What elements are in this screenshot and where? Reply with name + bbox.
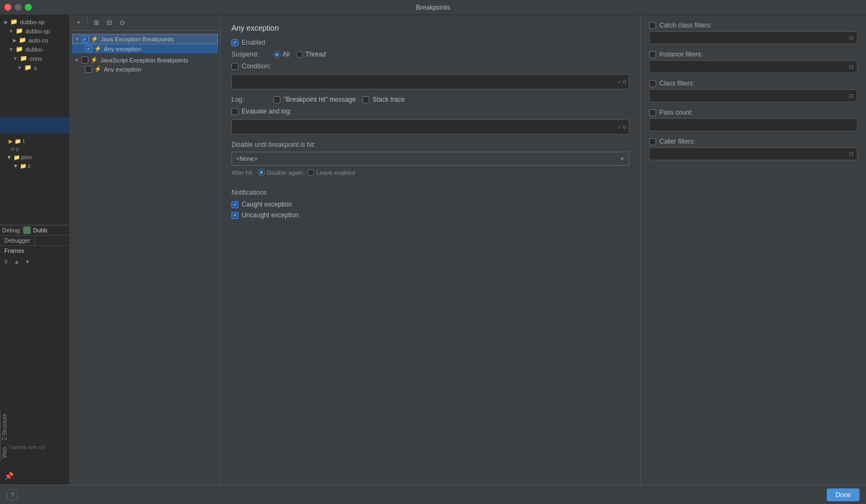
add-breakpoint-btn[interactable]: + bbox=[73, 17, 84, 28]
disable-again-item[interactable]: Disable again bbox=[258, 169, 303, 176]
tree-lbl-t: t bbox=[23, 138, 25, 144]
expand-arrow: ▼ bbox=[13, 56, 18, 61]
eval-checkbox[interactable] bbox=[231, 108, 238, 115]
lightning-icon-js-item: ⚡ bbox=[94, 66, 102, 73]
log-breakpoint-checkbox[interactable] bbox=[273, 96, 280, 103]
catch-class-checkbox[interactable] bbox=[649, 22, 656, 29]
close-button[interactable] bbox=[4, 4, 11, 11]
suspend-thread-item[interactable]: Thread bbox=[296, 51, 326, 58]
bp-icon3[interactable]: ⊙ bbox=[117, 17, 128, 28]
eval-row: Evaluate and log: ⤢ ⚙ bbox=[231, 108, 629, 134]
log-stack-checkbox[interactable] bbox=[362, 96, 369, 103]
caller-checkbox[interactable] bbox=[649, 138, 656, 145]
instance-input[interactable] bbox=[649, 60, 857, 73]
js-category-checkbox[interactable] bbox=[81, 56, 88, 63]
tree-item-4[interactable]: ▼ 📁 dubbo- bbox=[0, 45, 69, 54]
java-any-checkbox[interactable] bbox=[85, 45, 92, 52]
tree-item-2[interactable]: ▼ 📁 dubbo-sp bbox=[0, 26, 69, 36]
caught-label: Caught exception bbox=[242, 201, 292, 208]
eval-settings-icon[interactable]: ⚙ bbox=[622, 124, 627, 130]
vtab-structure[interactable]: Z·Structure bbox=[0, 410, 9, 443]
class-input[interactable] bbox=[649, 89, 857, 102]
class-checkbox[interactable] bbox=[649, 80, 656, 87]
leave-enabled-item[interactable]: Leave enabled bbox=[307, 169, 355, 176]
catch-class-browse-btn[interactable]: ⊟ bbox=[846, 32, 856, 43]
toolbar-up[interactable]: ▲ bbox=[12, 257, 22, 266]
toolbar-down[interactable]: ▼ bbox=[23, 257, 32, 266]
bp-toolbar: + ⊞ ⊟ ⊙ bbox=[70, 15, 220, 31]
log-row: Log: "Breakpoint hit" message Stack trac… bbox=[231, 96, 629, 103]
catch-class-label: Catch class filters: bbox=[659, 22, 712, 29]
pass-count-input[interactable] bbox=[649, 118, 857, 131]
expand-icon[interactable]: ⤢ bbox=[617, 79, 621, 85]
caller-input[interactable] bbox=[649, 147, 857, 160]
suspend-all-item[interactable]: All bbox=[273, 51, 290, 58]
detail-title: Any exception bbox=[231, 24, 629, 32]
bp-details-panel: Any exception Enabled Suspend: All bbox=[221, 15, 640, 485]
eval-input[interactable] bbox=[231, 119, 629, 134]
catch-class-label-row: Catch class filters: bbox=[649, 22, 857, 29]
eval-expand-icon[interactable]: ⤢ bbox=[617, 124, 621, 130]
breakpoints-tree: ▼ ⚡ Java Exception Breakpoints ⚡ Any exc… bbox=[70, 31, 220, 485]
pin-icon-btn[interactable]: 📌 bbox=[4, 472, 13, 480]
suspend-all-radio[interactable] bbox=[273, 51, 280, 58]
debug-label: Debug: bbox=[2, 227, 21, 233]
filters-panel: Catch class filters: ⊟ Instance filters:… bbox=[640, 15, 866, 485]
condition-input[interactable] bbox=[231, 74, 629, 89]
uncaught-checkbox[interactable] bbox=[231, 212, 238, 219]
disable-section: Disable until breakpoint is hit: <None> … bbox=[231, 141, 629, 176]
java-exception-header[interactable]: ▼ ⚡ Java Exception Breakpoints bbox=[72, 34, 218, 44]
class-browse-btn[interactable]: ⊟ bbox=[846, 90, 856, 101]
disable-select[interactable]: <None> bbox=[231, 152, 629, 166]
vtab-web[interactable]: Web bbox=[0, 444, 9, 461]
instance-browse-btn[interactable]: ⊟ bbox=[846, 61, 856, 72]
js-exception-header[interactable]: ▼ ⚡ JavaScript Exception Breakpoints bbox=[72, 55, 218, 65]
expand-chevron: ▼ bbox=[75, 37, 80, 42]
toolbar-pause[interactable]: ⏸ bbox=[1, 257, 11, 266]
bp-icon2[interactable]: ⊟ bbox=[104, 17, 115, 28]
suspend-thread-radio[interactable] bbox=[296, 51, 303, 58]
frames-empty-label: Frames are no bbox=[2, 442, 50, 452]
instance-checkbox[interactable] bbox=[649, 51, 656, 58]
expand-arrow: ▶ bbox=[4, 19, 8, 25]
pin-icon: 📌 bbox=[4, 472, 13, 480]
condition-label: Condition: bbox=[242, 62, 279, 70]
folder-icon: 📁 bbox=[16, 46, 23, 53]
disable-again-label: Disable again bbox=[267, 169, 303, 176]
java-category-checkbox[interactable] bbox=[82, 36, 89, 42]
tree-item-5[interactable]: ▼ 📁 cons bbox=[0, 54, 69, 63]
leave-enabled-radio[interactable] bbox=[307, 169, 314, 176]
condition-checkbox[interactable] bbox=[231, 63, 238, 70]
tree-item-1[interactable]: ▶ 📁 dubbo-sp bbox=[0, 17, 69, 26]
maximize-button[interactable] bbox=[25, 4, 32, 11]
condition-row: Condition: ⤢ ⚙ bbox=[231, 62, 629, 89]
done-button[interactable]: Done bbox=[827, 488, 860, 501]
debug-toolbar: ⏸ ▲ ▼ bbox=[0, 255, 69, 267]
expand-arrow: ▼ bbox=[9, 47, 13, 52]
js-any-checkbox[interactable] bbox=[85, 66, 92, 73]
caller-browse-btn[interactable]: ⊟ bbox=[846, 148, 856, 159]
expand-chevron-js: ▼ bbox=[74, 58, 79, 63]
leave-enabled-label: Leave enabled bbox=[316, 169, 355, 176]
tab-debugger[interactable]: Debugger bbox=[0, 236, 35, 245]
js-any-exception-item[interactable]: ⚡ Any exception bbox=[72, 65, 218, 74]
catch-class-input[interactable] bbox=[649, 31, 857, 44]
minimize-button[interactable] bbox=[15, 4, 22, 11]
tree-item-6[interactable]: ▼ 📁 s bbox=[0, 63, 69, 72]
caught-checkbox[interactable] bbox=[231, 201, 238, 208]
help-button[interactable]: ? bbox=[6, 489, 18, 501]
disable-again-radio[interactable] bbox=[258, 169, 265, 176]
settings-icon[interactable]: ⚙ bbox=[622, 79, 627, 85]
log-checkbox-items: "Breakpoint hit" message Stack trace bbox=[273, 96, 405, 103]
catch-class-section: Catch class filters: ⊟ bbox=[649, 22, 857, 44]
notifications-title: Notifications bbox=[231, 189, 629, 196]
java-any-exception-item[interactable]: ⚡ Any exception bbox=[72, 44, 218, 53]
pass-count-checkbox[interactable] bbox=[649, 109, 656, 116]
bp-icon1[interactable]: ⊞ bbox=[91, 17, 102, 28]
tree-item-3[interactable]: ▶ 📁 auto-co bbox=[0, 36, 69, 45]
debug-area: Debug: Dubb Debugger Frames ⏸ ▲ ▼ bbox=[0, 225, 69, 485]
enabled-checkbox[interactable] bbox=[231, 39, 238, 46]
folder-icon-s: ▶ 📁 bbox=[9, 138, 21, 144]
expand-arrow: ▼ bbox=[9, 29, 13, 34]
eval-label: Evaluate and log: bbox=[242, 108, 292, 115]
